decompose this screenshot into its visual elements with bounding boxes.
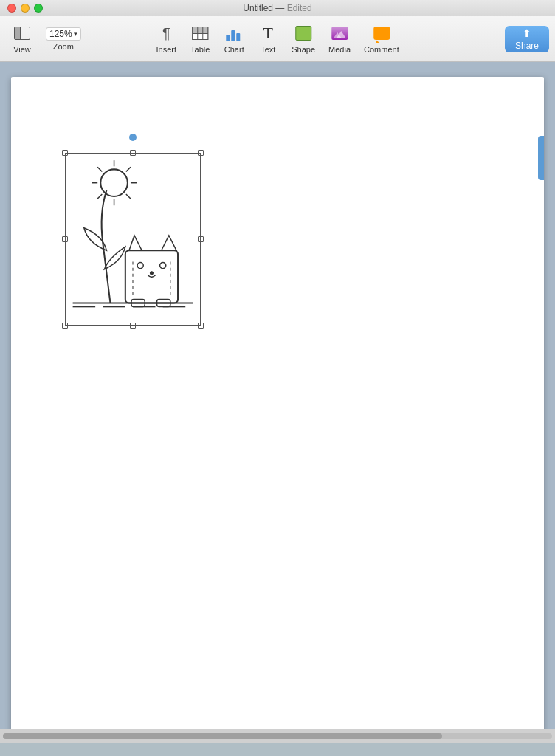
share-arrow-icon: ⬆ bbox=[523, 27, 531, 39]
scrollbar-track bbox=[3, 733, 552, 739]
insert-icon: ¶ bbox=[156, 24, 176, 43]
insert-label: Insert bbox=[156, 45, 177, 54]
minimize-button[interactable] bbox=[21, 4, 30, 13]
shape-button[interactable]: Shape bbox=[286, 20, 321, 58]
edited-status: Edited bbox=[287, 3, 312, 13]
view-label: View bbox=[13, 45, 31, 54]
svg-line-6 bbox=[97, 167, 102, 171]
table-button[interactable]: Table bbox=[184, 20, 216, 58]
media-icon bbox=[330, 24, 349, 43]
title-separator: — bbox=[275, 3, 286, 13]
share-button[interactable]: ⬆ Share bbox=[505, 26, 549, 52]
media-label: Media bbox=[328, 45, 351, 54]
rotation-handle[interactable] bbox=[129, 134, 137, 141]
toolbar-left: View 125% ▾ Zoom bbox=[6, 20, 86, 58]
table-label: Table bbox=[190, 45, 210, 54]
drawing-image bbox=[65, 153, 201, 326]
zoom-label: Zoom bbox=[53, 42, 74, 51]
maximize-button[interactable] bbox=[34, 4, 43, 13]
comment-label: Comment bbox=[364, 45, 399, 54]
zoom-button[interactable]: 125% ▾ Zoom bbox=[41, 20, 86, 58]
shape-icon bbox=[294, 24, 313, 43]
zoom-display: 125% ▾ bbox=[46, 27, 81, 41]
main-area bbox=[0, 62, 555, 743]
comment-button[interactable]: Comment bbox=[358, 20, 405, 58]
svg-point-14 bbox=[160, 263, 166, 269]
svg-point-1 bbox=[100, 169, 128, 196]
side-tab[interactable] bbox=[538, 136, 544, 180]
window-controls bbox=[7, 4, 43, 13]
image-container[interactable] bbox=[59, 147, 207, 331]
comment-icon bbox=[372, 24, 391, 43]
chart-button[interactable]: Chart bbox=[218, 20, 250, 58]
text-button[interactable]: T Text bbox=[252, 20, 284, 58]
text-label: Text bbox=[261, 45, 275, 54]
table-icon bbox=[190, 24, 210, 43]
svg-marker-12 bbox=[162, 236, 176, 250]
view-icon bbox=[13, 24, 32, 43]
svg-line-8 bbox=[97, 194, 102, 199]
zoom-chevron-icon: ▾ bbox=[74, 30, 77, 38]
document-page[interactable] bbox=[11, 77, 544, 743]
toolbar-center: ¶ Insert Table bbox=[150, 20, 404, 58]
window-title: Untitled — Edited bbox=[243, 3, 311, 13]
svg-marker-11 bbox=[129, 236, 142, 250]
insert-button[interactable]: ¶ Insert bbox=[150, 20, 182, 58]
close-button[interactable] bbox=[7, 4, 16, 13]
media-button[interactable]: Media bbox=[323, 20, 356, 58]
toolbar-right: ⬆ Share bbox=[505, 26, 549, 52]
shape-label: Shape bbox=[292, 45, 315, 54]
scrollbar-container[interactable] bbox=[0, 729, 555, 743]
svg-line-7 bbox=[126, 167, 131, 171]
document-title: Untitled bbox=[243, 3, 273, 13]
title-bar: Untitled — Edited bbox=[0, 0, 555, 16]
text-icon: T bbox=[258, 24, 278, 43]
svg-point-15 bbox=[150, 272, 153, 275]
svg-point-13 bbox=[137, 263, 143, 269]
svg-line-9 bbox=[126, 194, 131, 199]
view-button[interactable]: View bbox=[6, 20, 38, 58]
zoom-value: 125% bbox=[49, 29, 72, 39]
chart-label: Chart bbox=[224, 45, 244, 54]
toolbar: View 125% ▾ Zoom ¶ Insert bbox=[0, 16, 555, 62]
chart-icon bbox=[224, 24, 244, 43]
share-label: Share bbox=[515, 41, 539, 51]
scrollbar-thumb[interactable] bbox=[3, 733, 442, 739]
